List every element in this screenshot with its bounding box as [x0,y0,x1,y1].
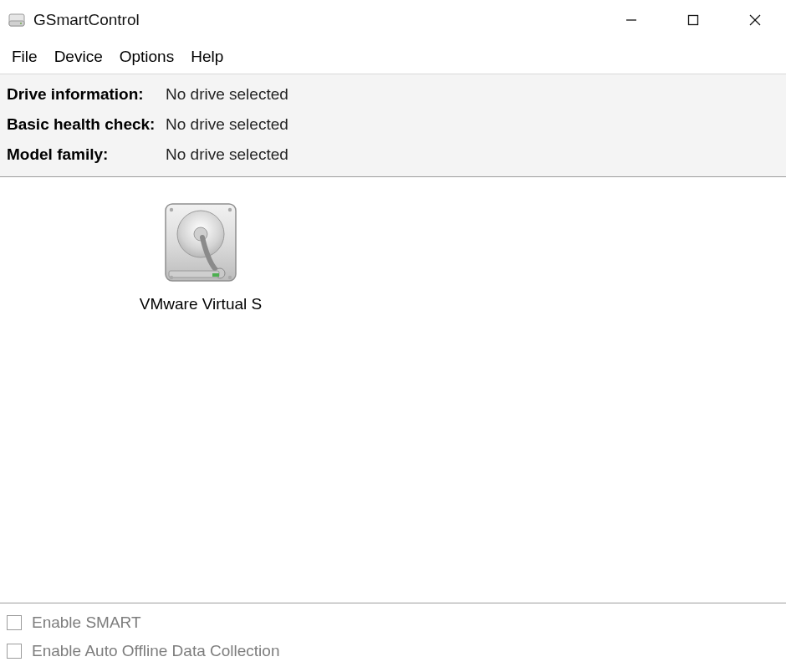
info-label: Drive information: [7,79,166,109]
menu-device[interactable]: Device [46,43,111,71]
info-row-model-family: Model family: No drive selected [7,140,779,170]
info-row-drive-information: Drive information: No drive selected [7,79,779,109]
drive-item[interactable]: VMware Virtual S [125,201,276,313]
info-label: Basic health check: [7,109,166,140]
menu-file[interactable]: File [3,43,46,71]
svg-point-13 [170,208,173,211]
drive-list: VMware Virtual S [0,177,786,602]
enable-auto-offline-row[interactable]: Enable Auto Offline Data Collection [7,637,779,665]
close-button[interactable] [724,0,786,40]
svg-point-14 [228,208,232,211]
menu-bar: File Device Options Help [0,40,786,74]
title-bar: GSmartControl [0,0,786,40]
minimize-button[interactable] [600,0,662,40]
svg-rect-1 [9,21,24,26]
info-value: No drive selected [166,79,288,109]
enable-auto-offline-label: Enable Auto Offline Data Collection [32,637,279,665]
maximize-button[interactable] [662,0,724,40]
menu-help[interactable]: Help [182,43,232,71]
checkbox-icon[interactable] [7,615,22,630]
checkbox-icon[interactable] [7,644,22,659]
info-label: Model family: [7,140,166,170]
enable-smart-row[interactable]: Enable SMART [7,608,779,637]
enable-smart-label: Enable SMART [32,608,141,637]
info-value: No drive selected [166,109,288,140]
app-icon [8,12,25,28]
svg-point-15 [170,276,173,279]
svg-point-2 [20,23,22,24]
svg-rect-11 [169,271,219,277]
drive-label: VMware Virtual S [140,295,262,313]
menu-options[interactable]: Options [111,43,182,71]
svg-point-16 [228,276,232,279]
window-controls [600,0,786,40]
info-value: No drive selected [166,140,288,170]
bottom-options: Enable SMART Enable Auto Offline Data Co… [0,603,786,672]
svg-rect-12 [212,273,219,277]
svg-rect-4 [689,16,698,25]
window-title: GSmartControl [33,11,140,29]
hard-drive-icon [161,201,241,288]
info-row-basic-health-check: Basic health check: No drive selected [7,109,779,140]
drive-info-panel: Drive information: No drive selected Bas… [0,74,786,177]
